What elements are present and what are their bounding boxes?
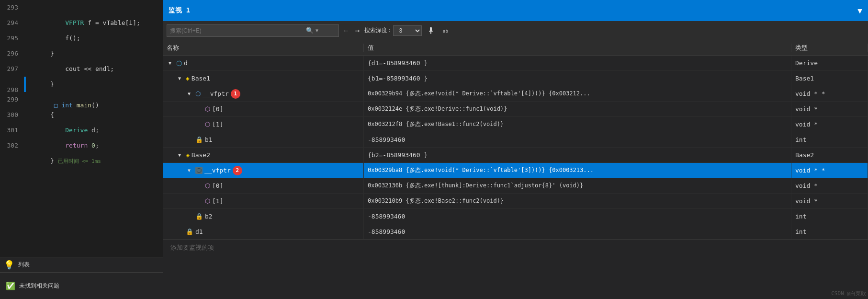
table-row[interactable]: ▶ ⬡ [1] 0x003210b9 {多态.exe!Base2::func2(…: [163, 194, 868, 209]
nav-forward-button[interactable]: →: [353, 26, 362, 35]
diamond2-icon: ◈: [186, 151, 190, 159]
table-row[interactable]: ▼ ◈ Base2 {b2=-858993460 } Base2: [163, 148, 868, 163]
row-d-value: {d1=-858993460 }: [364, 56, 791, 70]
expand-icon[interactable]: ▼: [178, 76, 184, 81]
col-value-header: 值: [364, 44, 791, 52]
row-vfptr1-value: 0x00329b94 {多态.exe!void(* Derive::`vftab…: [364, 86, 791, 101]
list-label: 列表: [18, 261, 30, 269]
table-row[interactable]: ▶ 🔒 b2 -858993460 int: [163, 209, 868, 224]
title-chevron-icon[interactable]: ▼: [857, 6, 862, 15]
row-b2-value: -858993460: [364, 209, 791, 224]
row-base1-name: ▼ ◈ Base1: [163, 71, 364, 86]
row-b2item1-value: 0x003210b9 {多态.exe!Base2::func2(void)}: [364, 194, 791, 208]
table-row[interactable]: ▼ ⬡ __vfptr 1 0x00329b94 {多态.exe!void(* …: [163, 86, 868, 102]
hex-view-icon[interactable]: ab: [440, 24, 452, 37]
code-line-296: 296 cout << endl;: [0, 46, 163, 61]
watermark: CSDN @白菜欣: [831, 290, 866, 297]
search-dropdown-icon[interactable]: ▼: [316, 28, 318, 33]
table-row[interactable]: ▶ 🔒 b1 -858993460 int: [163, 132, 868, 148]
nav-back-button[interactable]: ←: [342, 26, 350, 35]
svg-rect-2: [430, 32, 431, 34]
row-item0-value: 0x0032124e {多态.exe!Derive::func1(void)}: [364, 102, 791, 116]
row-b2item0-type: void *: [791, 178, 868, 193]
table-row[interactable]: ▶ ⬡ [1] 0x003212f8 {多态.exe!Base1::func2(…: [163, 117, 868, 132]
row-item0-type: void *: [791, 102, 868, 116]
row-item1-name: ▶ ⬡ [1]: [163, 117, 364, 132]
search-input[interactable]: [170, 27, 304, 34]
row-d-name: ▼ ⬡ d: [163, 56, 364, 70]
table-row[interactable]: ▶ ⬡ [0] 0x0032136b {多态.exe![thunk]:Deriv…: [163, 178, 868, 194]
code-line-297: 297 }: [0, 61, 163, 77]
lock-icon: 🔒: [186, 228, 193, 235]
code-line-301: 301 return 0;: [0, 123, 163, 138]
bulb-icon[interactable]: 💡: [4, 260, 14, 270]
search-icon[interactable]: 🔍: [306, 27, 314, 34]
search-box[interactable]: 🔍 ▼: [167, 24, 339, 37]
lock-icon: 🔒: [195, 136, 203, 143]
watch-titlebar: 监视 1 ▼: [163, 0, 868, 21]
add-watch-row[interactable]: 添加要监视的项: [163, 240, 868, 255]
svg-text:ab: ab: [443, 29, 448, 34]
expand-placeholder: ▶: [197, 183, 203, 188]
row-base2-value: {b2=-858993460 }: [364, 148, 791, 162]
cube-dark-icon: ⬡: [195, 167, 203, 174]
check-icon: ✅: [6, 281, 15, 290]
item-icon: ⬡: [205, 121, 210, 128]
row-base1-value: {b1=-858993460 }: [364, 71, 791, 86]
line-num-301: 301: [0, 123, 24, 138]
row-base2-name: ▼ ◈ Base2: [163, 148, 364, 162]
cube-small-icon: ⬡: [195, 90, 201, 97]
line-num-293: 293: [0, 0, 24, 15]
watch-table[interactable]: 名称 值 类型 ▼ ⬡ d {d1=-858993460 } Derive ▼ …: [163, 40, 868, 299]
expand-placeholder: ▶: [188, 214, 193, 219]
lock-icon: 🔒: [195, 213, 203, 220]
line-num-300: 300: [0, 107, 24, 123]
badge-1: 1: [231, 89, 240, 99]
table-row[interactable]: ▶ ⬡ [0] 0x0032124e {多态.exe!Derive::func1…: [163, 102, 868, 117]
expand-placeholder: ▶: [188, 137, 193, 142]
bottom-toolbar: 💡 列表: [0, 257, 163, 272]
watch-toolbar: 🔍 ▼ ← → 搜索深度: 3 1 2 4 5 ab: [163, 21, 868, 40]
row-b1-type: int: [791, 132, 868, 147]
row-item1-value: 0x003212f8 {多态.exe!Base1::func2(void)}: [364, 117, 791, 132]
code-line-295: 295 }: [0, 31, 163, 46]
table-row[interactable]: ▼ ◈ Base1 {b1=-858993460 } Base1: [163, 71, 868, 86]
svg-rect-0: [430, 27, 432, 31]
line-content-302: } 已用时间 <= 1ms: [26, 138, 163, 184]
row-d1-value: -858993460: [364, 224, 791, 239]
row-b2item1-type: void *: [791, 194, 868, 208]
svg-rect-1: [429, 31, 433, 32]
code-line-300: 300 Derive d;: [0, 107, 163, 123]
status-bar: ✅ 未找到相关问题: [0, 272, 163, 299]
no-issues-label: 未找到相关问题: [19, 282, 59, 290]
row-b2-type: int: [791, 209, 868, 224]
expand-placeholder: ▶: [197, 106, 203, 112]
code-line-293: 293 VFPTR f = vTable[i];: [0, 0, 163, 15]
pin-icon[interactable]: [425, 24, 437, 37]
table-row[interactable]: ▶ 🔒 d1 -858993460 int: [163, 224, 868, 240]
expand-placeholder: ▶: [197, 122, 203, 127]
search-depth-label: 搜索深度:: [364, 26, 391, 34]
expand-icon[interactable]: ▼: [169, 60, 174, 66]
expand-placeholder: ▶: [197, 198, 203, 204]
row-base1-type: Base1: [791, 71, 868, 86]
code-line-294: 294 f();: [0, 15, 163, 31]
badge-2: 2: [233, 166, 242, 175]
row-vfptr2-type: void * *: [791, 163, 868, 178]
expand-icon[interactable]: ▼: [188, 168, 193, 173]
expand-placeholder: ▶: [178, 229, 184, 234]
row-d1-type: int: [791, 224, 868, 239]
cube-icon: ⬡: [176, 59, 182, 67]
row-vfptr2-name: ▼ ⬡ __vfptr 2: [163, 163, 364, 178]
table-row-selected[interactable]: ▼ ⬡ __vfptr 2 0x00329ba8 {多态.exe!void(* …: [163, 163, 868, 178]
row-b2-name: ▶ 🔒 b2: [163, 209, 364, 224]
expand-icon[interactable]: ▼: [178, 152, 184, 158]
row-item0-name: ▶ ⬡ [0]: [163, 102, 364, 116]
watch-title: 监视 1: [169, 6, 190, 15]
search-depth-select[interactable]: 3 1 2 4 5: [393, 25, 422, 36]
line-num-294: 294: [0, 15, 24, 31]
item-icon: ⬡: [205, 197, 210, 205]
expand-icon[interactable]: ▼: [188, 91, 193, 96]
diamond-icon: ◈: [186, 75, 190, 82]
table-row[interactable]: ▼ ⬡ d {d1=-858993460 } Derive: [163, 56, 868, 71]
